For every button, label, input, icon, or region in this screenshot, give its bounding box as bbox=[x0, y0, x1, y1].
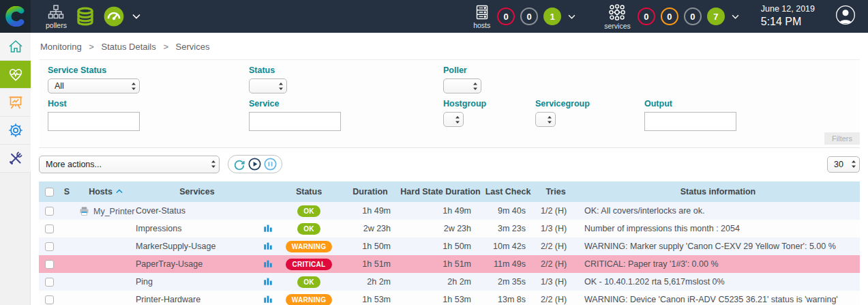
pause-button[interactable] bbox=[264, 158, 277, 171]
service-input[interactable] bbox=[249, 112, 341, 131]
hosts-icon bbox=[474, 4, 490, 20]
select-arrows-icon bbox=[211, 160, 216, 169]
row-checkbox[interactable] bbox=[45, 242, 54, 251]
status-information-cell: WARNING: Marker supply 'Canon C-EXV 29 Y… bbox=[576, 237, 860, 255]
graph-icon[interactable] bbox=[263, 276, 273, 286]
filters-collapse-tab[interactable]: Filters bbox=[824, 132, 860, 145]
row-checkbox[interactable] bbox=[45, 224, 54, 233]
pollers-dropdown-toggle[interactable] bbox=[132, 14, 140, 19]
heart-pulse-icon bbox=[7, 66, 25, 83]
services-ok-counter[interactable]: 7 bbox=[707, 8, 725, 25]
service-name[interactable]: Printer-Hardware bbox=[136, 295, 200, 304]
graph-icon[interactable] bbox=[263, 241, 273, 250]
last-check-cell: 13m 8s bbox=[481, 291, 535, 305]
column-header-hosts[interactable]: Hosts bbox=[76, 181, 136, 202]
status-select[interactable] bbox=[249, 78, 287, 93]
sidebar-item-reporting[interactable] bbox=[0, 89, 31, 117]
refresh-button[interactable] bbox=[233, 158, 245, 171]
table-row: Ping OK 2h 2m 2h 2m 2m 35s 1/3 (H) OK - … bbox=[39, 273, 860, 291]
services-warning-counter[interactable]: 0 bbox=[661, 8, 678, 25]
gear-icon bbox=[8, 122, 24, 139]
hosts-menu[interactable]: hosts bbox=[473, 4, 490, 29]
graph-icon[interactable] bbox=[263, 223, 273, 233]
breadcrumb-item-status-details[interactable]: Status Details bbox=[102, 42, 156, 52]
tries-cell: 2/2 (H) bbox=[535, 255, 576, 273]
database-icon bbox=[75, 6, 95, 27]
column-header-tries[interactable]: Tries bbox=[535, 181, 576, 202]
hosts-up-counter[interactable]: 1 bbox=[543, 8, 561, 25]
poller-select[interactable] bbox=[443, 78, 481, 93]
status-information-cell: WARNING: Device 'Canon iR-ADV C5235 36.2… bbox=[576, 291, 860, 305]
column-header-hard-state-duration[interactable]: Hard State Duration bbox=[400, 181, 481, 202]
select-arrows-icon bbox=[547, 115, 552, 124]
status-label: Status bbox=[249, 66, 443, 75]
breadcrumb-item-monitoring[interactable]: Monitoring bbox=[40, 42, 82, 52]
hard-state-duration-cell: 2h 2m bbox=[400, 273, 481, 291]
sidebar-item-administration[interactable] bbox=[0, 145, 31, 173]
graph-icon[interactable] bbox=[263, 259, 273, 268]
row-checkbox[interactable] bbox=[45, 295, 54, 304]
service-name[interactable]: MarkerSupply-Usage bbox=[136, 242, 215, 251]
output-input[interactable] bbox=[644, 112, 736, 131]
status-information-cell: CRITICAL: Paper tray '1#3': 0.00 % bbox=[576, 255, 860, 273]
service-name[interactable]: Cover-Status bbox=[136, 206, 185, 216]
more-actions-select[interactable]: More actions... bbox=[39, 156, 220, 173]
status-information-cell: OK: All covers/interlocks are ok. bbox=[576, 202, 860, 220]
sidebar-item-configuration[interactable] bbox=[0, 117, 31, 145]
last-check-cell: 10m 42s bbox=[481, 237, 535, 255]
hard-state-duration-cell: 1h 53m bbox=[400, 291, 481, 305]
graph-icon[interactable] bbox=[263, 294, 273, 304]
user-icon bbox=[835, 5, 856, 25]
current-date: June 12, 2019 bbox=[761, 4, 815, 15]
chevron-down-icon bbox=[732, 14, 739, 19]
hard-state-duration-cell: 2w 23h bbox=[400, 220, 481, 237]
play-button[interactable] bbox=[248, 158, 261, 171]
service-name[interactable]: Ping bbox=[136, 277, 153, 287]
tries-cell: 2/2 (H) bbox=[535, 291, 576, 305]
tries-cell: 1/2 (H) bbox=[535, 202, 576, 220]
service-name[interactable]: Impressions bbox=[136, 224, 181, 233]
tries-cell: 1/3 (H) bbox=[535, 273, 576, 291]
column-header-services[interactable]: Services bbox=[136, 181, 258, 202]
host-name[interactable]: My_Printer bbox=[93, 207, 134, 216]
output-label: Output bbox=[644, 99, 736, 108]
row-checkbox[interactable] bbox=[45, 278, 54, 287]
duration-cell: 1h 49m bbox=[340, 202, 400, 220]
pollers-menu[interactable]: pollers bbox=[46, 4, 67, 29]
column-header-status[interactable]: Status bbox=[278, 181, 340, 202]
last-check-cell: 2m 35s bbox=[481, 273, 535, 291]
hosts-down-counter[interactable]: 0 bbox=[497, 8, 515, 25]
hard-state-duration-cell: 1h 51m bbox=[400, 255, 481, 273]
sidebar-item-home[interactable] bbox=[0, 33, 31, 61]
services-critical-counter[interactable]: 0 bbox=[638, 8, 655, 25]
servicegroup-select[interactable] bbox=[535, 112, 556, 127]
per-page-select[interactable]: 30 bbox=[827, 156, 860, 173]
services-unknown-counter[interactable]: 0 bbox=[684, 8, 702, 25]
breadcrumb-item-services[interactable]: Services bbox=[176, 42, 210, 52]
hosts-dropdown-toggle[interactable] bbox=[568, 14, 575, 19]
sidebar-item-monitoring[interactable] bbox=[0, 61, 31, 89]
select-all-checkbox[interactable] bbox=[45, 188, 54, 197]
poller-database-status[interactable] bbox=[75, 6, 95, 27]
service-status-select[interactable]: All bbox=[48, 78, 140, 93]
duration-cell: 2w 23h bbox=[340, 220, 400, 237]
row-checkbox[interactable] bbox=[45, 207, 54, 216]
services-menu[interactable]: services bbox=[604, 3, 631, 30]
user-menu[interactable] bbox=[835, 5, 856, 28]
centreon-logo[interactable] bbox=[0, 0, 31, 33]
table-header-row: S Hosts Services Status Duration Hard St… bbox=[39, 181, 860, 202]
column-header-duration[interactable]: Duration bbox=[340, 181, 400, 202]
printer-icon bbox=[79, 206, 89, 216]
column-header-last-check[interactable]: Last Check bbox=[481, 181, 535, 202]
column-header-status-information[interactable]: Status information bbox=[576, 181, 860, 202]
host-input[interactable] bbox=[48, 112, 140, 131]
hostgroup-select[interactable] bbox=[443, 112, 464, 127]
service-name[interactable]: PaperTray-Usage bbox=[136, 259, 203, 269]
poller-label: Poller bbox=[443, 66, 481, 75]
pollers-tree-icon bbox=[48, 4, 64, 20]
services-dropdown-toggle[interactable] bbox=[732, 14, 739, 19]
poller-latency-status[interactable] bbox=[104, 6, 124, 27]
column-header-severity[interactable]: S bbox=[58, 181, 76, 202]
row-checkbox[interactable] bbox=[45, 260, 54, 269]
hosts-unreachable-counter[interactable]: 0 bbox=[520, 8, 538, 25]
